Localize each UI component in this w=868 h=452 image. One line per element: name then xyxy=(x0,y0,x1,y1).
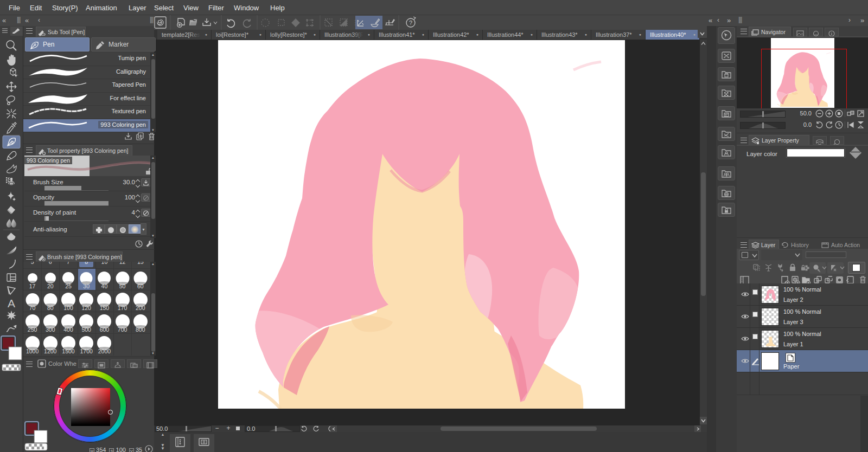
svg-text:A: A xyxy=(8,297,15,309)
svg-text:?: ? xyxy=(409,20,412,26)
